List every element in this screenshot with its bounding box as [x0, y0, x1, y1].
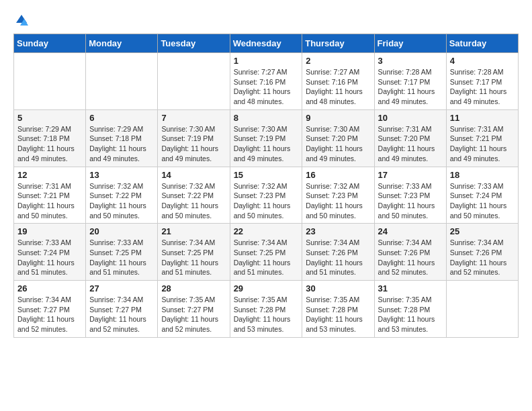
weekday-header-sunday: Sunday: [14, 34, 86, 53]
day-number: 21: [161, 226, 226, 236]
calendar-cell: 21Sunrise: 7:34 AM Sunset: 7:25 PM Dayli…: [158, 224, 230, 281]
day-info: Sunrise: 7:34 AM Sunset: 7:26 PM Dayligh…: [450, 238, 515, 277]
day-info: Sunrise: 7:31 AM Sunset: 7:21 PM Dayligh…: [450, 124, 515, 164]
day-info: Sunrise: 7:32 AM Sunset: 7:22 PM Dayligh…: [89, 181, 154, 221]
calendar-week-row: 12Sunrise: 7:31 AM Sunset: 7:21 PM Dayli…: [14, 167, 519, 224]
calendar-table: SundayMondayTuesdayWednesdayThursdayFrid…: [13, 34, 519, 338]
day-number: 9: [306, 113, 370, 123]
calendar-cell: 14Sunrise: 7:32 AM Sunset: 7:22 PM Dayli…: [158, 167, 230, 224]
day-number: 3: [378, 56, 443, 66]
day-number: 15: [234, 170, 299, 180]
weekday-header-monday: Monday: [86, 34, 158, 53]
day-number: 27: [89, 283, 154, 293]
calendar-cell: 13Sunrise: 7:32 AM Sunset: 7:22 PM Dayli…: [86, 167, 158, 224]
page-header: [13, 13, 519, 27]
day-info: Sunrise: 7:28 AM Sunset: 7:17 PM Dayligh…: [378, 67, 443, 107]
calendar-cell: 11Sunrise: 7:31 AM Sunset: 7:21 PM Dayli…: [446, 109, 518, 167]
day-number: 8: [234, 113, 299, 123]
day-info: Sunrise: 7:29 AM Sunset: 7:18 PM Dayligh…: [17, 124, 82, 164]
calendar-cell: 16Sunrise: 7:32 AM Sunset: 7:23 PM Dayli…: [302, 167, 374, 224]
day-number: 30: [306, 283, 370, 293]
calendar-cell: 12Sunrise: 7:31 AM Sunset: 7:21 PM Dayli…: [14, 167, 86, 224]
calendar-cell: 23Sunrise: 7:34 AM Sunset: 7:26 PM Dayli…: [302, 224, 374, 281]
day-info: Sunrise: 7:27 AM Sunset: 7:16 PM Dayligh…: [234, 67, 299, 107]
day-info: Sunrise: 7:34 AM Sunset: 7:26 PM Dayligh…: [306, 238, 370, 277]
day-number: 25: [450, 226, 515, 236]
day-info: Sunrise: 7:34 AM Sunset: 7:25 PM Dayligh…: [161, 238, 226, 277]
calendar-cell: [86, 53, 158, 110]
calendar-week-row: 26Sunrise: 7:34 AM Sunset: 7:27 PM Dayli…: [14, 281, 519, 338]
day-info: Sunrise: 7:35 AM Sunset: 7:28 PM Dayligh…: [378, 295, 443, 334]
day-info: Sunrise: 7:31 AM Sunset: 7:20 PM Dayligh…: [378, 124, 443, 164]
day-number: 14: [161, 170, 226, 180]
calendar-cell: 1Sunrise: 7:27 AM Sunset: 7:16 PM Daylig…: [230, 53, 302, 110]
logo: [13, 13, 28, 27]
day-info: Sunrise: 7:33 AM Sunset: 7:25 PM Dayligh…: [89, 238, 154, 277]
day-info: Sunrise: 7:32 AM Sunset: 7:22 PM Dayligh…: [161, 181, 226, 221]
day-number: 29: [234, 283, 299, 293]
day-info: Sunrise: 7:33 AM Sunset: 7:24 PM Dayligh…: [17, 238, 82, 277]
weekday-header-tuesday: Tuesday: [158, 34, 230, 53]
calendar-cell: 27Sunrise: 7:34 AM Sunset: 7:27 PM Dayli…: [86, 281, 158, 338]
calendar-cell: 8Sunrise: 7:30 AM Sunset: 7:19 PM Daylig…: [230, 109, 302, 167]
day-info: Sunrise: 7:32 AM Sunset: 7:23 PM Dayligh…: [306, 181, 370, 221]
day-number: 2: [306, 56, 370, 66]
day-number: 28: [161, 283, 226, 293]
calendar-cell: 18Sunrise: 7:33 AM Sunset: 7:24 PM Dayli…: [446, 167, 518, 224]
day-number: 1: [234, 56, 299, 66]
calendar-cell: 5Sunrise: 7:29 AM Sunset: 7:18 PM Daylig…: [14, 109, 86, 167]
calendar-cell: 25Sunrise: 7:34 AM Sunset: 7:26 PM Dayli…: [446, 224, 518, 281]
calendar-cell: 20Sunrise: 7:33 AM Sunset: 7:25 PM Dayli…: [86, 224, 158, 281]
day-info: Sunrise: 7:28 AM Sunset: 7:17 PM Dayligh…: [450, 67, 515, 107]
calendar-week-row: 5Sunrise: 7:29 AM Sunset: 7:18 PM Daylig…: [14, 109, 519, 167]
day-number: 31: [378, 283, 443, 293]
day-info: Sunrise: 7:27 AM Sunset: 7:16 PM Dayligh…: [306, 67, 370, 107]
day-info: Sunrise: 7:34 AM Sunset: 7:27 PM Dayligh…: [89, 295, 154, 334]
calendar-cell: 30Sunrise: 7:35 AM Sunset: 7:28 PM Dayli…: [302, 281, 374, 338]
day-info: Sunrise: 7:32 AM Sunset: 7:23 PM Dayligh…: [234, 181, 299, 221]
calendar-cell: 3Sunrise: 7:28 AM Sunset: 7:17 PM Daylig…: [374, 53, 446, 110]
day-number: 22: [234, 226, 299, 236]
day-number: 20: [89, 226, 154, 236]
day-number: 11: [450, 113, 515, 123]
calendar-cell: 31Sunrise: 7:35 AM Sunset: 7:28 PM Dayli…: [374, 281, 446, 338]
day-number: 4: [450, 56, 515, 66]
logo-icon: [15, 13, 28, 27]
day-info: Sunrise: 7:30 AM Sunset: 7:19 PM Dayligh…: [234, 124, 299, 164]
weekday-header-saturday: Saturday: [446, 34, 518, 53]
day-number: 17: [378, 170, 443, 180]
calendar-cell: 19Sunrise: 7:33 AM Sunset: 7:24 PM Dayli…: [14, 224, 86, 281]
day-info: Sunrise: 7:34 AM Sunset: 7:27 PM Dayligh…: [17, 295, 82, 334]
calendar-cell: 29Sunrise: 7:35 AM Sunset: 7:28 PM Dayli…: [230, 281, 302, 338]
day-number: 6: [89, 113, 154, 123]
weekday-header-friday: Friday: [374, 34, 446, 53]
day-number: 19: [17, 226, 82, 236]
day-number: 16: [306, 170, 370, 180]
day-number: 24: [378, 226, 443, 236]
day-info: Sunrise: 7:29 AM Sunset: 7:18 PM Dayligh…: [89, 124, 154, 164]
calendar-cell: 24Sunrise: 7:34 AM Sunset: 7:26 PM Dayli…: [374, 224, 446, 281]
day-info: Sunrise: 7:35 AM Sunset: 7:28 PM Dayligh…: [306, 295, 370, 334]
day-number: 12: [17, 170, 82, 180]
calendar-cell: 17Sunrise: 7:33 AM Sunset: 7:23 PM Dayli…: [374, 167, 446, 224]
calendar-cell: 15Sunrise: 7:32 AM Sunset: 7:23 PM Dayli…: [230, 167, 302, 224]
calendar-cell: 28Sunrise: 7:35 AM Sunset: 7:27 PM Dayli…: [158, 281, 230, 338]
calendar-week-row: 19Sunrise: 7:33 AM Sunset: 7:24 PM Dayli…: [14, 224, 519, 281]
calendar-cell: 26Sunrise: 7:34 AM Sunset: 7:27 PM Dayli…: [14, 281, 86, 338]
calendar-cell: 7Sunrise: 7:30 AM Sunset: 7:19 PM Daylig…: [158, 109, 230, 167]
day-info: Sunrise: 7:30 AM Sunset: 7:20 PM Dayligh…: [306, 124, 370, 164]
calendar-cell: 10Sunrise: 7:31 AM Sunset: 7:20 PM Dayli…: [374, 109, 446, 167]
weekday-header-wednesday: Wednesday: [230, 34, 302, 53]
calendar-cell: [446, 281, 518, 338]
day-info: Sunrise: 7:35 AM Sunset: 7:28 PM Dayligh…: [234, 295, 299, 334]
day-info: Sunrise: 7:33 AM Sunset: 7:23 PM Dayligh…: [378, 181, 443, 221]
day-info: Sunrise: 7:34 AM Sunset: 7:26 PM Dayligh…: [378, 238, 443, 277]
calendar-cell: [158, 53, 230, 110]
day-info: Sunrise: 7:35 AM Sunset: 7:27 PM Dayligh…: [161, 295, 226, 334]
day-info: Sunrise: 7:33 AM Sunset: 7:24 PM Dayligh…: [450, 181, 515, 221]
day-number: 13: [89, 170, 154, 180]
day-info: Sunrise: 7:31 AM Sunset: 7:21 PM Dayligh…: [17, 181, 82, 221]
day-number: 23: [306, 226, 370, 236]
day-number: 26: [17, 283, 82, 293]
calendar-cell: 22Sunrise: 7:34 AM Sunset: 7:25 PM Dayli…: [230, 224, 302, 281]
